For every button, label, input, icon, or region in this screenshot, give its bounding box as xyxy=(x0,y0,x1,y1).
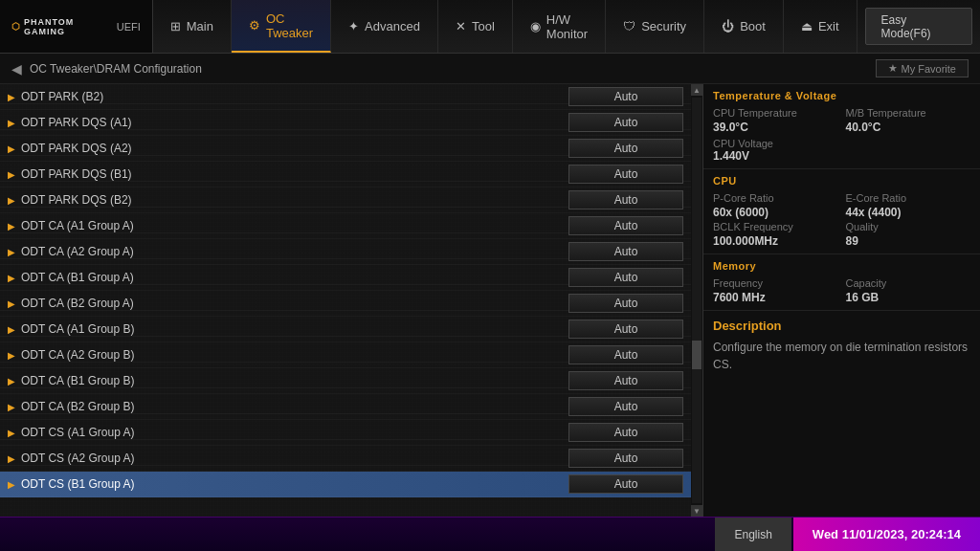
nav-exit-label: Exit xyxy=(818,19,839,33)
exit-icon: ⏏ xyxy=(801,19,813,33)
value-box[interactable]: Auto xyxy=(568,87,683,106)
main-content: ▶ODT PARK (B2)Auto▶ODT PARK DQS (A1)Auto… xyxy=(0,84,980,517)
favorite-icon: ★ xyxy=(888,62,898,75)
value-box[interactable]: Auto xyxy=(568,320,683,339)
item-value-wrapper: Auto xyxy=(540,113,683,132)
nav-advanced[interactable]: ✦ Advanced xyxy=(331,0,438,53)
cpu-temp-label: CPU Temperature xyxy=(713,107,838,119)
nav-boot[interactable]: ⏻ Boot xyxy=(704,0,784,53)
item-value-wrapper: Auto xyxy=(540,371,683,390)
item-value-wrapper: Auto xyxy=(540,320,683,339)
oc-tweaker-icon: ⚙ xyxy=(249,18,260,33)
item-value-wrapper: Auto xyxy=(540,165,683,184)
value-box[interactable]: Auto xyxy=(568,242,683,261)
settings-item[interactable]: ▶ODT PARK (B2)Auto xyxy=(0,84,691,110)
mb-temp-value: 40.0°C xyxy=(846,121,971,134)
memory-title: Memory xyxy=(713,260,970,272)
nav-oc-tweaker[interactable]: ⚙ OC Tweaker xyxy=(232,0,331,53)
value-box[interactable]: Auto xyxy=(568,216,683,235)
datetime-value: Wed 11/01/2023, 20:24:14 xyxy=(813,527,961,541)
cpu-title: CPU xyxy=(713,175,970,187)
value-box[interactable]: Auto xyxy=(568,268,683,287)
quality-value: 89 xyxy=(846,234,971,248)
value-box[interactable]: Auto xyxy=(568,474,683,494)
nav-menu: ⊞ Main ⚙ OC Tweaker ✦ Advanced ✕ Tool ◉ … xyxy=(153,0,858,53)
nav-exit[interactable]: ⏏ Exit xyxy=(784,0,858,53)
item-label: ODT CA (B1 Group A) xyxy=(21,271,540,284)
settings-item[interactable]: ▶ODT CA (A1 Group A)Auto xyxy=(0,213,691,239)
value-box[interactable]: Auto xyxy=(568,139,683,158)
settings-item[interactable]: ▶ODT CS (A1 Group A)Auto xyxy=(0,420,691,446)
settings-item[interactable]: ▶ODT CS (B1 Group A)Auto xyxy=(0,472,691,497)
temp-voltage-grid: CPU Temperature M/B Temperature 39.0°C 4… xyxy=(713,107,970,134)
nav-security[interactable]: 🛡 Security xyxy=(606,0,704,53)
item-label: ODT CA (A1 Group B) xyxy=(21,322,540,336)
memory-section: Memory Frequency Capacity 7600 MHz 16 GB xyxy=(703,254,980,311)
item-label: ODT PARK DQS (B2) xyxy=(21,193,540,207)
item-value-wrapper: Auto xyxy=(540,268,683,287)
value-box[interactable]: Auto xyxy=(568,294,683,313)
item-label: ODT CS (A1 Group A) xyxy=(21,426,540,439)
value-box[interactable]: Auto xyxy=(568,449,683,468)
scrollbar-track[interactable] xyxy=(692,98,702,503)
description-title: Description xyxy=(713,319,970,333)
item-label: ODT CA (A2 Group B) xyxy=(21,348,540,362)
item-value-wrapper: Auto xyxy=(540,87,683,106)
logo-text: PHANTOM GAMING xyxy=(24,17,113,36)
item-value-wrapper: Auto xyxy=(540,139,683,158)
breadcrumb: OC Tweaker\DRAM Configuration xyxy=(30,62,202,76)
value-box[interactable]: Auto xyxy=(568,423,683,442)
temp-voltage-section: Temperature & Voltage CPU Temperature M/… xyxy=(703,84,980,169)
memory-grid: Frequency Capacity 7600 MHz 16 GB xyxy=(713,277,970,304)
item-label: ODT CA (B2 Group A) xyxy=(21,297,540,310)
item-indicator: ▶ xyxy=(8,298,15,309)
settings-item[interactable]: ▶ODT CA (A1 Group B)Auto xyxy=(0,317,691,342)
cpu-grid: P-Core Ratio E-Core Ratio 60x (6000) 44x… xyxy=(713,192,970,248)
scrollbar[interactable]: ▲ ▼ xyxy=(691,84,702,517)
scrollbar-up-button[interactable]: ▲ xyxy=(691,84,702,96)
breadcrumb-back-arrow[interactable]: ◀ xyxy=(11,61,22,77)
settings-item[interactable]: ▶ODT PARK DQS (B1)Auto xyxy=(0,162,691,187)
item-indicator: ▶ xyxy=(8,118,15,128)
boot-icon: ⏻ xyxy=(722,19,734,33)
settings-item[interactable]: ▶ODT CA (B2 Group A)Auto xyxy=(0,291,691,317)
value-box[interactable]: Auto xyxy=(568,397,683,416)
value-box[interactable]: Auto xyxy=(568,190,683,209)
language-selector[interactable]: English xyxy=(715,518,791,551)
scrollbar-thumb[interactable] xyxy=(692,341,702,369)
value-box[interactable]: Auto xyxy=(568,371,683,390)
value-box[interactable]: Auto xyxy=(568,113,683,132)
item-label: ODT CA (B1 Group B) xyxy=(21,374,540,387)
hw-monitor-icon: ◉ xyxy=(530,19,541,33)
item-label: ODT CA (A1 Group A) xyxy=(21,219,540,232)
my-favorite-label: My Favorite xyxy=(902,63,956,75)
nav-tool[interactable]: ✕ Tool xyxy=(438,0,513,53)
my-favorite-button[interactable]: ★ My Favorite xyxy=(876,59,969,77)
settings-item[interactable]: ▶ODT CA (A2 Group A)Auto xyxy=(0,239,691,265)
freq-label: Frequency xyxy=(713,277,838,289)
item-label: ODT PARK DQS (B1) xyxy=(21,167,540,181)
item-indicator: ▶ xyxy=(8,169,15,180)
settings-item[interactable]: ▶ODT PARK DQS (A1)Auto xyxy=(0,110,691,136)
nav-security-label: Security xyxy=(641,19,686,33)
value-box[interactable]: Auto xyxy=(568,165,683,184)
cpu-voltage-value: 1.440V xyxy=(713,149,970,163)
settings-item[interactable]: ▶ODT CA (B2 Group B)Auto xyxy=(0,394,691,420)
info-panel: Temperature & Voltage CPU Temperature M/… xyxy=(702,84,980,517)
value-box[interactable]: Auto xyxy=(568,345,683,364)
item-value-wrapper: Auto xyxy=(540,474,683,494)
settings-item[interactable]: ▶ODT CA (B1 Group A)Auto xyxy=(0,265,691,291)
settings-item[interactable]: ▶ODT CS (A2 Group A)Auto xyxy=(0,446,691,472)
nav-hw-monitor[interactable]: ◉ H/W Monitor xyxy=(513,0,606,53)
easy-mode-button[interactable]: Easy Mode(F6) xyxy=(865,8,972,45)
nav-advanced-label: Advanced xyxy=(365,19,420,33)
cpu-temp-value: 39.0°C xyxy=(713,121,838,134)
description-section: Description Configure the memory on die … xyxy=(703,311,980,517)
datetime-display: Wed 11/01/2023, 20:24:14 xyxy=(793,518,980,551)
settings-item[interactable]: ▶ODT PARK DQS (A2)Auto xyxy=(0,136,691,162)
settings-item[interactable]: ▶ODT CA (B1 Group B)Auto xyxy=(0,368,691,394)
settings-item[interactable]: ▶ODT PARK DQS (B2)Auto xyxy=(0,187,691,213)
settings-item[interactable]: ▶ODT CA (A2 Group B)Auto xyxy=(0,342,691,368)
scrollbar-down-button[interactable]: ▼ xyxy=(691,505,702,517)
nav-main[interactable]: ⊞ Main xyxy=(153,0,232,53)
